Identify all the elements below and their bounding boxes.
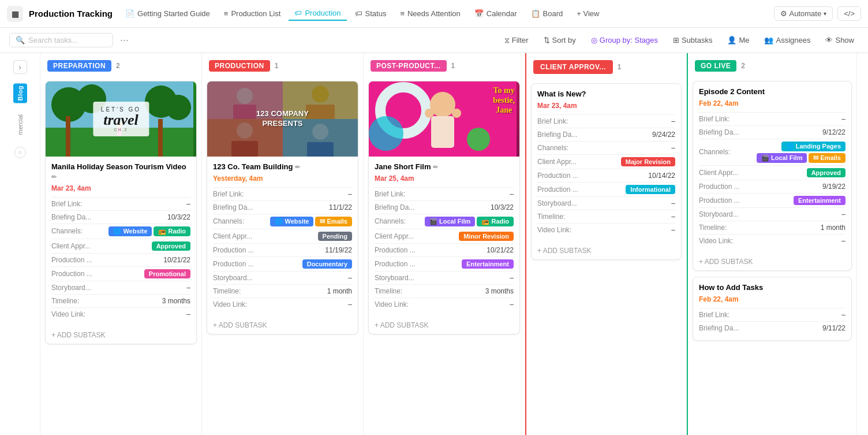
toolbar: 🔍 Search tasks... ··· ⧖ Filter ⇅ Sort by… xyxy=(0,28,868,53)
badge-approved[interactable]: Approved xyxy=(807,168,845,177)
field-timeline: Timeline:– xyxy=(537,210,675,223)
badge-entertainment[interactable]: Entertainment xyxy=(462,259,514,269)
add-subtask-manila[interactable]: + ADD SUBTASK xyxy=(46,326,196,344)
field-brief: Brief Link:– xyxy=(213,187,352,200)
assignees-label: Assignees xyxy=(776,36,810,44)
card-body-whatsnew: What is New? Mar 23, 4am Brief Link:– Br… xyxy=(532,84,681,242)
add-subtask-123[interactable]: + ADD SUBTASK xyxy=(207,317,358,334)
me-button[interactable]: 👤 Me xyxy=(723,34,754,47)
add-subtask-whatsnew[interactable]: + ADD SUBTASK xyxy=(532,242,681,259)
field-prod-type: Production ... Entertainment xyxy=(699,193,845,207)
card-body-howto: How to Add Tasks Feb 22, 4am Brief Link:… xyxy=(693,277,851,340)
automate-icon: ⚙ xyxy=(780,9,787,18)
column-label-golive: GO LIVE xyxy=(695,60,736,72)
app-title: Production Tracking xyxy=(29,9,113,18)
badges-channels: 🎬 Local Film 📻 Radio xyxy=(425,217,514,226)
badge-website[interactable]: 🌐 Website xyxy=(108,226,152,236)
card-image-jane: To mybestie,Jane xyxy=(369,81,519,157)
expand-button[interactable]: › xyxy=(13,60,27,74)
field-storyboard: Storyboard...– xyxy=(375,271,514,284)
card-date-howto: Feb 22, 4am xyxy=(699,295,845,303)
card-jane: To mybestie,Jane Jane Short Film ✏ Mar 2… xyxy=(368,81,520,334)
automate-label: Automate xyxy=(790,9,822,18)
card-body-jane: Jane Short Film ✏ Mar 25, 4am Brief Link… xyxy=(369,157,519,317)
cards-client: What is New? Mar 23, 4am Brief Link:– Br… xyxy=(526,79,686,265)
column-header-golive: GO LIVE 2 xyxy=(688,53,856,76)
tab-production[interactable]: 🏷 Production xyxy=(289,6,346,21)
badge-landing-pages[interactable]: 🌐 Landing Pages xyxy=(781,142,845,151)
field-client: Client Appr... Pending xyxy=(213,229,352,243)
card-title-manila: Manila Holiday Season Tourism Video ✏ xyxy=(51,162,190,182)
cards-preparation: LET'S GO travel CH.2 Manila Holiday Seas… xyxy=(40,76,201,349)
svg-point-30 xyxy=(452,109,461,118)
field-briefing: Briefing Da...9/11/22 xyxy=(699,321,845,334)
tab-icon: 🏷 xyxy=(294,9,302,17)
badge-major-revision[interactable]: Major Revision xyxy=(621,157,675,166)
tab-getting-started[interactable]: 📄 Getting Started Guide xyxy=(119,7,216,20)
more-options-button[interactable]: ··· xyxy=(120,34,129,46)
assignees-button[interactable]: 👥 Assignees xyxy=(760,34,815,47)
sidebar-toggle[interactable]: ○ xyxy=(14,147,26,158)
share-button[interactable]: </> xyxy=(837,6,861,21)
card-title-jane: Jane Short Film ✏ xyxy=(375,162,514,172)
show-button[interactable]: 👁 Show xyxy=(821,34,859,47)
badge-pending[interactable]: Pending xyxy=(318,232,352,241)
badges-channels: 🌐 Website 📻 Radio xyxy=(108,226,190,236)
search-box[interactable]: 🔍 Search tasks... xyxy=(9,33,113,47)
tab-needs-attention[interactable]: ≡ Needs Attention xyxy=(394,7,466,20)
badge-promotional[interactable]: Promotional xyxy=(144,269,190,278)
column-label-preparation: PREPARATION xyxy=(47,60,111,72)
sort-button[interactable]: ⇅ Sort by xyxy=(539,34,581,47)
badge-minor-revision[interactable]: Minor Revision xyxy=(459,232,514,241)
column-golive: GO LIVE 2 Episode 2 Content Feb 22, 4am … xyxy=(687,53,857,435)
tab-icon: 📅 xyxy=(474,9,484,18)
tab-calendar[interactable]: 📅 Calendar xyxy=(469,7,523,20)
show-icon: 👁 xyxy=(825,36,833,44)
col-count-production: 1 xyxy=(275,62,279,70)
field-channels: Channels: 🌐 Website ✉ Emails xyxy=(213,214,352,229)
badge-website[interactable]: 🌐 Website xyxy=(270,217,313,226)
badge-local-film[interactable]: 🎬 Local Film xyxy=(425,217,475,226)
badge-local-film[interactable]: 🎬 Local Film xyxy=(757,153,807,163)
svg-rect-28 xyxy=(431,116,454,148)
assignees-icon: 👥 xyxy=(764,36,773,44)
subtasks-button[interactable]: ⊞ Subtasks xyxy=(668,34,717,47)
badge-informational[interactable]: Informational xyxy=(626,185,675,194)
tab-icon: 📄 xyxy=(125,9,134,18)
card-date-whatsnew: Mar 23, 4am xyxy=(537,102,675,110)
tab-status[interactable]: 🏷 Status xyxy=(349,7,392,20)
field-briefing: Briefing Da...10/3/22 xyxy=(375,200,514,214)
badge-emails[interactable]: ✉ Emails xyxy=(809,153,845,163)
group-button[interactable]: ◎ Group by: Stages xyxy=(586,34,663,47)
badge-radio[interactable]: 📻 Radio xyxy=(477,217,514,226)
subtasks-icon: ⊞ xyxy=(673,36,679,44)
field-client-appr: Client Appr... Approved xyxy=(51,239,190,253)
field-video: Video Link:– xyxy=(213,298,352,311)
badge-documentary[interactable]: Documentary xyxy=(302,259,352,269)
tab-label: Getting Started Guide xyxy=(137,9,210,18)
badge-entertainment[interactable]: Entertainment xyxy=(794,196,845,205)
field-video: Video Link:– xyxy=(699,234,845,247)
tab-icon: 📋 xyxy=(531,9,540,18)
badge-approved[interactable]: Approved xyxy=(152,241,190,251)
add-subtask-episode2[interactable]: + ADD SUBTASK xyxy=(693,253,851,270)
nav-right: ⚙ Automate ▾ </> xyxy=(774,6,861,21)
tab-label: Needs Attention xyxy=(407,9,461,18)
svg-rect-6 xyxy=(66,116,70,157)
automate-button[interactable]: ⚙ Automate ▾ xyxy=(774,6,833,21)
filter-button[interactable]: ⧖ Filter xyxy=(500,34,533,47)
tab-view[interactable]: + View xyxy=(571,7,605,20)
field-timeline: Timeline:3 months xyxy=(375,284,514,298)
field-prod-type: Production ... Informational xyxy=(537,182,675,196)
field-timeline: Timeline:1 month xyxy=(213,284,352,298)
tab-board[interactable]: 📋 Board xyxy=(525,7,569,20)
tab-production-list[interactable]: ≡ Production List xyxy=(218,7,287,20)
card-body-123: 123 Co. Team Building ✏ Yesterday, 4am B… xyxy=(207,157,358,317)
add-subtask-jane[interactable]: + ADD SUBTASK xyxy=(369,317,519,334)
badge-emails[interactable]: ✉ Emails xyxy=(315,217,352,226)
card-title-episode2: Episode 2 Content xyxy=(699,87,845,97)
badge-radio[interactable]: 📻 Radio xyxy=(154,226,190,236)
field-video: Video Link:– xyxy=(375,298,514,311)
filter-label: Filter xyxy=(512,36,529,44)
sort-label: Sort by xyxy=(552,36,576,44)
